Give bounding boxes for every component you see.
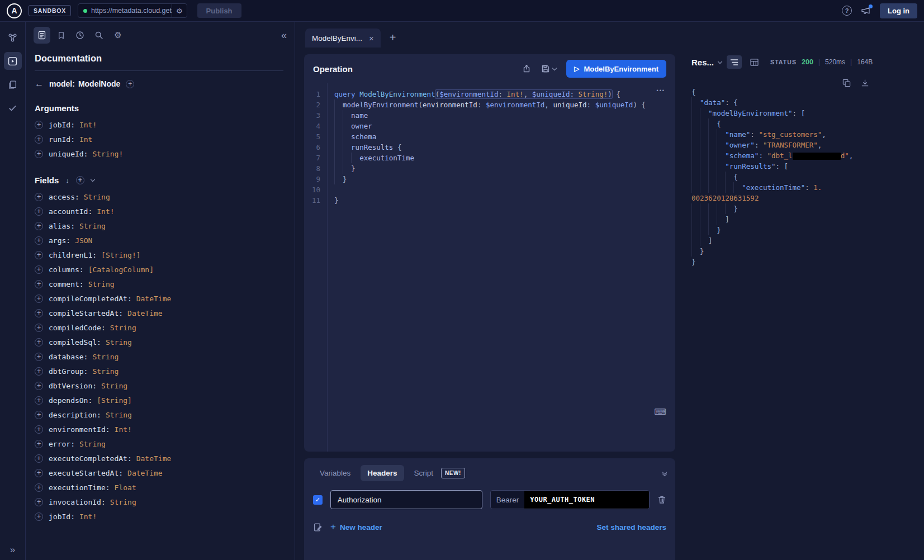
- field-type[interactable]: String: [106, 411, 132, 419]
- add-to-query-icon[interactable]: +: [35, 251, 43, 259]
- response-title[interactable]: Res...: [691, 58, 722, 67]
- saved-operations-icon[interactable]: [53, 27, 69, 44]
- doc-field-row[interactable]: +database:String: [35, 349, 283, 364]
- fields-chevron-icon[interactable]: [91, 177, 95, 182]
- breadcrumb-type[interactable]: ModelNode: [78, 79, 120, 88]
- doc-field-row[interactable]: +jobId:Int!: [35, 509, 283, 524]
- announcements-icon[interactable]: [861, 6, 871, 15]
- add-to-query-icon[interactable]: +: [35, 382, 43, 390]
- add-to-query-icon[interactable]: +: [35, 469, 43, 477]
- doc-field-row[interactable]: +args:JSON: [35, 233, 283, 248]
- new-header-button[interactable]: + New header: [330, 521, 382, 533]
- field-type[interactable]: Int: [79, 135, 92, 144]
- add-type-icon[interactable]: +: [126, 80, 134, 88]
- field-type[interactable]: DateTime: [136, 295, 172, 303]
- keyboard-shortcuts-icon[interactable]: ⌨: [654, 407, 666, 417]
- connection-settings-icon[interactable]: ⚙: [172, 4, 187, 17]
- header-key-input[interactable]: [330, 490, 482, 509]
- doc-field-row[interactable]: +executionTime:Float: [35, 480, 283, 495]
- explorer-icon[interactable]: [4, 52, 22, 70]
- doc-field-row[interactable]: +dependsOn:[String]: [35, 393, 283, 407]
- collapse-bottom-panel-icon[interactable]: [663, 471, 666, 476]
- tab-variables[interactable]: Variables: [313, 465, 357, 481]
- field-type[interactable]: String: [79, 440, 106, 448]
- add-to-query-icon[interactable]: +: [35, 440, 43, 448]
- doc-field-row[interactable]: +alias:String: [35, 219, 283, 233]
- add-to-query-icon[interactable]: +: [35, 121, 43, 129]
- doc-field-row[interactable]: +executeCompletedAt:DateTime: [35, 451, 283, 466]
- doc-field-row[interactable]: +jobId:Int!: [35, 117, 283, 132]
- field-type[interactable]: String: [88, 280, 115, 288]
- sort-fields-icon[interactable]: ↓: [65, 176, 69, 184]
- add-to-query-icon[interactable]: +: [35, 135, 43, 144]
- add-to-query-icon[interactable]: +: [35, 150, 43, 158]
- share-operation-icon[interactable]: [522, 64, 531, 73]
- header-value-input[interactable]: Bearer YOUR_AUTH_TOKEN: [490, 490, 650, 509]
- collapse-panel-icon[interactable]: «: [281, 30, 287, 41]
- add-to-query-icon[interactable]: +: [35, 309, 43, 317]
- doc-field-row[interactable]: +environmentId:Int!: [35, 422, 283, 436]
- field-type[interactable]: DateTime: [136, 454, 172, 463]
- add-to-query-icon[interactable]: +: [35, 338, 43, 347]
- add-to-query-icon[interactable]: +: [35, 222, 43, 230]
- response-json[interactable]: {"data": {"modelByEnvironment": [{"name"…: [691, 87, 877, 267]
- field-type[interactable]: Float: [115, 483, 136, 492]
- tab-headers[interactable]: Headers: [361, 465, 404, 481]
- add-to-query-icon[interactable]: +: [35, 512, 43, 521]
- field-type[interactable]: DateTime: [127, 309, 163, 317]
- add-to-query-icon[interactable]: +: [35, 280, 43, 288]
- documentation-tab-icon[interactable]: [34, 27, 50, 44]
- doc-field-row[interactable]: +access:String: [35, 189, 283, 204]
- add-to-query-icon[interactable]: +: [35, 454, 43, 463]
- field-type[interactable]: Int!: [115, 425, 132, 434]
- doc-field-row[interactable]: +columns:[CatalogColumn]: [35, 262, 283, 277]
- add-to-query-icon[interactable]: +: [35, 367, 43, 376]
- set-shared-headers-link[interactable]: Set shared headers: [596, 523, 666, 531]
- auth-token-value[interactable]: YOUR_AUTH_TOKEN: [524, 491, 649, 509]
- add-to-query-icon[interactable]: +: [35, 236, 43, 245]
- doc-field-row[interactable]: +dbtGroup:String: [35, 364, 283, 378]
- environment-headers-icon[interactable]: [313, 523, 323, 532]
- field-type[interactable]: Int!: [79, 121, 97, 129]
- save-operation-icon[interactable]: [541, 64, 556, 73]
- doc-field-row[interactable]: +description:String: [35, 407, 283, 422]
- field-type[interactable]: JSON: [75, 236, 92, 245]
- field-type[interactable]: [String!]: [101, 251, 140, 259]
- doc-field-row[interactable]: +comment:String: [35, 277, 283, 291]
- graph-url-input[interactable]: https://metadata.cloud.get ⚙: [78, 3, 187, 18]
- field-type[interactable]: String: [79, 222, 106, 230]
- add-to-query-icon[interactable]: +: [35, 425, 43, 434]
- add-to-query-icon[interactable]: +: [35, 498, 43, 506]
- add-to-query-icon[interactable]: +: [35, 411, 43, 419]
- field-type[interactable]: String: [101, 382, 127, 390]
- add-to-query-icon[interactable]: +: [35, 295, 43, 303]
- help-icon[interactable]: ?: [842, 6, 852, 16]
- doc-field-row[interactable]: +compiledCode:String: [35, 320, 283, 335]
- header-enabled-checkbox[interactable]: ✓: [313, 495, 323, 505]
- docs-icon[interactable]: [4, 75, 22, 93]
- download-response-icon[interactable]: [861, 79, 869, 87]
- run-operation-button[interactable]: ▷ ModelByEnvironment: [566, 60, 666, 78]
- doc-field-row[interactable]: +runId:Int: [35, 132, 283, 146]
- field-type[interactable]: String: [92, 367, 119, 376]
- add-to-query-icon[interactable]: +: [35, 396, 43, 405]
- field-type[interactable]: Int!: [97, 207, 114, 216]
- doc-field-row[interactable]: +executeStartedAt:DateTime: [35, 466, 283, 480]
- field-type[interactable]: String: [110, 324, 136, 332]
- doc-field-row[interactable]: +error:String: [35, 436, 283, 451]
- add-to-query-icon[interactable]: +: [35, 324, 43, 332]
- login-button[interactable]: Log in: [880, 3, 917, 18]
- add-to-query-icon[interactable]: +: [35, 353, 43, 361]
- tree-view-icon[interactable]: [727, 55, 742, 69]
- doc-field-row[interactable]: +invocationId:String: [35, 495, 283, 509]
- field-type[interactable]: Int!: [79, 512, 97, 521]
- doc-field-row[interactable]: +childrenL1:[String!]: [35, 248, 283, 262]
- new-tab-button[interactable]: +: [390, 31, 396, 48]
- field-type[interactable]: String: [92, 353, 119, 361]
- tab-script[interactable]: Script: [407, 465, 436, 481]
- doc-field-row[interactable]: +compileStartedAt:DateTime: [35, 306, 283, 320]
- code-area[interactable]: query ModelByEnvironment($environmentId:…: [328, 83, 675, 452]
- copy-response-icon[interactable]: [842, 79, 851, 87]
- operation-tab[interactable]: ModelByEnvi... ×: [305, 29, 381, 48]
- field-type[interactable]: [String]: [97, 396, 132, 405]
